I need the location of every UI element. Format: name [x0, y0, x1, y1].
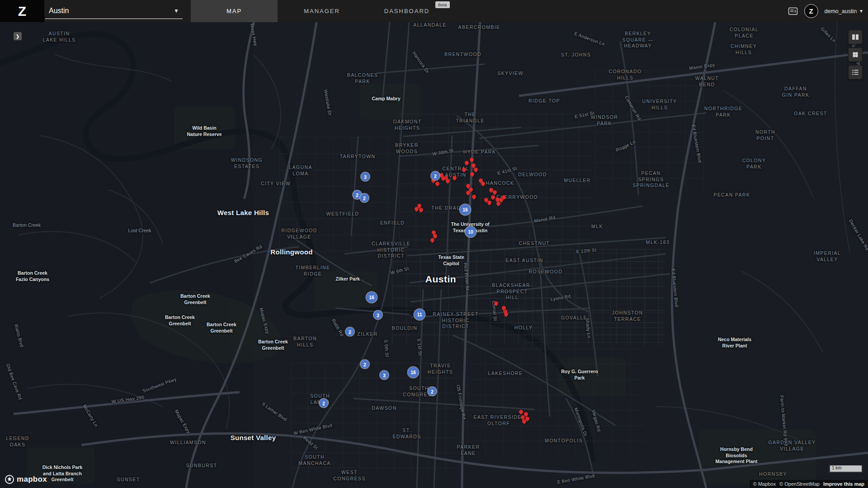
cluster-marker[interactable]: 3	[361, 173, 370, 181]
map-canvas	[0, 0, 868, 488]
mapbox-icon	[5, 474, 14, 484]
tab-dashboard[interactable]: DASHBOARD	[372, 0, 442, 22]
cluster-marker[interactable]: 2	[431, 172, 440, 180]
cluster-marker[interactable]: 16	[460, 204, 471, 215]
map-view[interactable]: AUSTIN LAKE HILLSALLANDALEABERCROMBIEBER…	[0, 0, 868, 488]
columns-icon	[851, 33, 859, 41]
changelog-icon[interactable]	[788, 7, 798, 16]
cluster-marker[interactable]: 2	[346, 328, 354, 336]
beta-badge: Beta	[435, 1, 450, 8]
mapbox-wordmark: mapbox	[17, 475, 47, 484]
user-menu[interactable]: demo_austin ▼	[825, 8, 863, 14]
chevron-down-icon: ▼	[859, 9, 863, 14]
attribution-osm[interactable]: © OpenStreetMap	[779, 481, 820, 487]
cluster-marker[interactable]: 10	[465, 226, 476, 237]
map-legend-button[interactable]	[848, 65, 863, 80]
cluster-marker[interactable]: 16	[408, 367, 419, 378]
map-scale: 1 km	[829, 465, 863, 473]
cluster-marker[interactable]: 11	[414, 309, 425, 320]
chevron-down-icon: ▼	[174, 8, 179, 14]
cluster-marker[interactable]: 2	[360, 194, 369, 202]
cluster-marker[interactable]: 2	[428, 387, 437, 396]
cluster-marker[interactable]: 16	[366, 292, 377, 303]
city-selector-value: Austin	[49, 7, 69, 15]
cluster-marker[interactable]: 2	[320, 399, 328, 408]
cluster-marker[interactable]: 3	[380, 371, 389, 380]
map-split-view-button[interactable]	[848, 30, 863, 44]
nav-right: Z demo_austin ▼	[788, 0, 863, 22]
map-style-button[interactable]	[848, 47, 863, 62]
user-avatar[interactable]: Z	[804, 4, 818, 18]
app-logo[interactable]: Z	[0, 0, 44, 22]
city-selector[interactable]: Austin ▼	[45, 3, 183, 19]
expand-panel-button[interactable]: ❯	[14, 32, 22, 40]
clover-icon	[851, 51, 859, 59]
attribution-mapbox[interactable]: © Mapbox	[753, 481, 776, 487]
map-attribution: © Mapbox © OpenStreetMap Improve this ma…	[750, 480, 868, 488]
user-name: demo_austin	[825, 8, 857, 14]
app-root: AUSTIN LAKE HILLSALLANDALEABERCROMBIEBER…	[0, 0, 868, 488]
tab-manager[interactable]: MANAGER	[287, 0, 357, 22]
cluster-marker[interactable]: 2	[361, 360, 369, 369]
list-icon	[851, 68, 859, 76]
tab-map[interactable]: MAP	[191, 0, 278, 22]
top-nav: Z Austin ▼ MAP MANAGER DASHBOARD Beta Z …	[0, 0, 868, 22]
cluster-marker[interactable]: 3	[374, 311, 382, 319]
improve-map-link[interactable]: Improve this map	[823, 481, 864, 487]
mapbox-logo[interactable]: mapbox	[5, 474, 47, 484]
